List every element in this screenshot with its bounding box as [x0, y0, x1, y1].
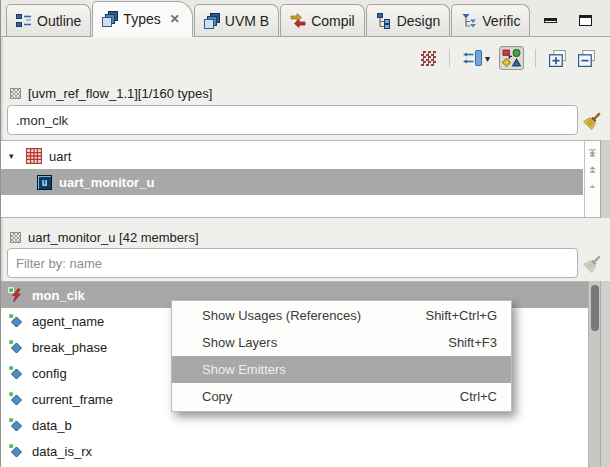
- type-search-row: [7, 105, 578, 135]
- module-icon-letter: u: [41, 177, 47, 188]
- maximize-button[interactable]: [579, 15, 592, 26]
- tree-item-label: uart_monitor_u: [59, 175, 154, 190]
- menu-item-label: Show Usages (References): [202, 308, 361, 323]
- field-icon: [8, 391, 24, 407]
- right-gutter: [600, 140, 610, 218]
- outline-icon: [16, 13, 32, 29]
- tab-label: UVM B: [225, 13, 269, 29]
- collapse-all-button[interactable]: [576, 48, 598, 69]
- clear-filter-broom-icon: [583, 253, 603, 273]
- menu-item-copy[interactable]: Copy Ctrl+C: [172, 383, 511, 410]
- field-icon: [8, 443, 24, 459]
- sort-options-button[interactable]: ▾: [461, 48, 492, 68]
- tab-label: Compil: [311, 13, 355, 29]
- tab-verification-hierarchy[interactable]: Verific: [451, 4, 530, 36]
- tree-scroll-buttons: [584, 141, 600, 217]
- tab-label: Design: [397, 13, 441, 29]
- checker-filter-icon: [421, 51, 436, 66]
- tree-item-uart[interactable]: ▾ uart: [1, 143, 600, 169]
- types-scope-header: [uvm_ref_flow_1.1][1/160 types]: [10, 84, 212, 102]
- tree-item-uart-monitor-u[interactable]: u uart_monitor_u: [1, 169, 583, 195]
- tab-types[interactable]: Types ✕: [92, 1, 192, 37]
- menu-item-shortcut: Shift+Ctrl+G: [425, 308, 497, 323]
- scroll-to-top-icon[interactable]: [587, 149, 598, 157]
- checker-filter-button[interactable]: [419, 49, 438, 68]
- tree-item-label: uart: [49, 149, 71, 164]
- show-kinds-toggle-button[interactable]: [499, 46, 524, 70]
- design-unit-icon: [26, 148, 42, 164]
- design-hierarchy-icon: [376, 13, 392, 29]
- toolbar-separator: [535, 49, 536, 67]
- menu-item-label: Copy: [202, 389, 232, 404]
- members-header-label: uart_monitor_u [42 members]: [28, 230, 199, 245]
- expand-all-button[interactable]: [547, 48, 569, 69]
- show-kinds-icon: [502, 49, 521, 67]
- minimize-button[interactable]: [544, 18, 557, 23]
- grid-icon: [10, 232, 21, 243]
- members-header: uart_monitor_u [42 members]: [10, 228, 199, 246]
- right-gutter: [600, 281, 610, 467]
- close-icon[interactable]: ✕: [170, 12, 180, 26]
- clear-search-broom-icon[interactable]: [583, 110, 603, 130]
- tab-label: Outline: [37, 13, 81, 29]
- window-controls: [544, 15, 610, 36]
- tab-label: Types: [123, 11, 160, 27]
- member-filter-row: [7, 248, 578, 278]
- compile-order-icon: [290, 13, 306, 29]
- member-label: data_b: [32, 418, 72, 433]
- expand-all-icon: [549, 50, 567, 67]
- types-icon: [102, 11, 118, 27]
- dropdown-arrow-icon[interactable]: ▾: [485, 53, 490, 64]
- tab-label: Verific: [482, 13, 520, 29]
- uvm-browser-icon: [204, 13, 220, 29]
- types-tree: ▾ uart u uart_monitor_u: [1, 140, 600, 218]
- field-icon: [8, 339, 24, 355]
- types-view-panel: Outline Types ✕ UVM B Compil Design Veri…: [0, 0, 610, 467]
- member-label: data_is_rx: [32, 444, 92, 459]
- tab-outline[interactable]: Outline: [6, 4, 91, 36]
- collapse-all-icon: [578, 50, 596, 67]
- member-label: break_phase: [32, 340, 107, 355]
- member-row-data-b[interactable]: data_b: [1, 412, 600, 438]
- field-icon: [8, 365, 24, 381]
- member-row-data-is-rx[interactable]: data_is_rx: [1, 438, 600, 464]
- type-search-input[interactable]: [7, 105, 578, 135]
- field-icon: [8, 313, 24, 329]
- signal-icon: [8, 287, 24, 303]
- menu-item-shortcut: Ctrl+C: [460, 389, 497, 404]
- verification-hierarchy-icon: [461, 13, 477, 29]
- scrollbar-thumb[interactable]: [591, 285, 599, 331]
- twisty-expanded-icon[interactable]: ▾: [9, 151, 19, 161]
- member-label: config: [32, 366, 67, 381]
- menu-item-label: Show Layers: [202, 335, 277, 350]
- member-label: current_frame: [32, 392, 113, 407]
- view-tab-bar: Outline Types ✕ UVM B Compil Design Veri…: [1, 0, 610, 37]
- menu-item-show-layers[interactable]: Show Layers Shift+F3: [172, 329, 511, 356]
- page-up-icon[interactable]: [587, 166, 598, 174]
- context-menu: Show Usages (References) Shift+Ctrl+G Sh…: [171, 300, 512, 412]
- menu-item-shortcut: Shift+F3: [448, 335, 497, 350]
- toolbar-separator: [449, 49, 450, 67]
- view-toolbar: ▾: [1, 38, 610, 78]
- menu-item-show-emitters[interactable]: Show Emitters: [172, 356, 511, 383]
- scroll-up-icon[interactable]: [587, 183, 598, 191]
- sort-options-icon: [463, 50, 483, 66]
- grid-icon: [10, 88, 21, 99]
- types-scope-label: [uvm_ref_flow_1.1][1/160 types]: [28, 86, 212, 101]
- tab-uvm-browser[interactable]: UVM B: [194, 4, 279, 36]
- menu-item-show-usages[interactable]: Show Usages (References) Shift+Ctrl+G: [172, 302, 511, 329]
- field-icon: [8, 417, 24, 433]
- module-instance-icon: u: [37, 175, 52, 190]
- member-label: mon_clk: [32, 288, 85, 303]
- tab-design-hierarchy[interactable]: Design: [366, 4, 451, 36]
- member-filter-input[interactable]: [7, 248, 578, 278]
- tab-compile-order[interactable]: Compil: [280, 4, 365, 36]
- member-label: agent_name: [32, 314, 104, 329]
- members-scrollbar[interactable]: [588, 281, 600, 467]
- menu-item-label: Show Emitters: [202, 362, 286, 377]
